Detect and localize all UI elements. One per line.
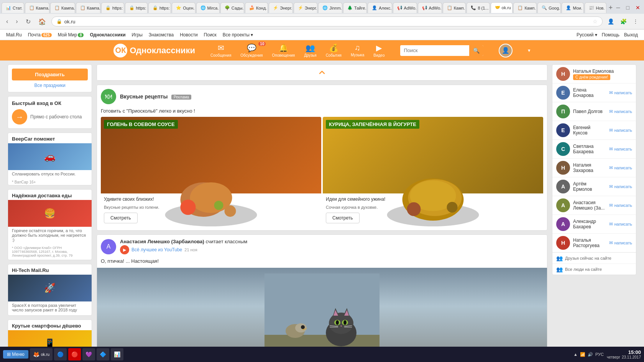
- tab-adwo2[interactable]: 📢 AdWo. ✕: [418, 2, 442, 13]
- holidays-link[interactable]: Все праздники: [12, 83, 88, 88]
- post-source-link[interactable]: Всё лучшее из YouTube: [131, 247, 182, 252]
- close-button[interactable]: ✕: [633, 4, 642, 11]
- start-button[interactable]: ⊞ Меню: [3, 350, 28, 359]
- taskbar-red[interactable]: 🔴: [68, 348, 81, 360]
- all-projects-link[interactable]: Все проекты ▾: [223, 32, 253, 38]
- friend-msg-6[interactable]: ✉ написать: [609, 184, 632, 189]
- lang-link[interactable]: Русский ▾: [577, 32, 597, 38]
- taskbar-excel[interactable]: 📊: [111, 348, 123, 360]
- znakomstva-link[interactable]: Знакомства: [149, 32, 174, 38]
- online-friends-section[interactable]: 👥 Друзья сейчас на сайте: [552, 252, 636, 264]
- tab-bar: 📊 Стат. ✕ 📋 Кампа. ✕ 📋 Кампа. ✕ 📋 Кампа.…: [0, 0, 644, 14]
- bookmark-icon[interactable]: ☆: [593, 18, 598, 25]
- browser-actions: 👤 🧩 ⋮: [606, 18, 640, 25]
- all-people-section[interactable]: 👥 Все люди на сайте: [552, 264, 636, 275]
- tab-camp1[interactable]: 📋 Кампа. ✕: [25, 2, 50, 13]
- tab-mirca[interactable]: 🌐 Мircа. ✕: [196, 2, 220, 13]
- tab-camp3[interactable]: 📋 Кампа. ✕: [76, 2, 101, 13]
- ok-nav-friends[interactable]: 👥 Друзья: [304, 43, 316, 57]
- tab-moi[interactable]: 👤 Мои. ✕: [562, 2, 584, 13]
- mailru-link[interactable]: Mail.Ru: [6, 32, 22, 38]
- poisk-link[interactable]: Поиск: [204, 32, 217, 38]
- novosti-link[interactable]: Новости: [180, 32, 197, 38]
- tab-https3[interactable]: 🔒 https: ✕: [148, 2, 171, 13]
- new-tab-button[interactable]: +: [607, 2, 614, 13]
- tab-https1[interactable]: 🔒 https: ✕: [101, 2, 124, 13]
- taskbar-viber[interactable]: 💜: [82, 348, 95, 360]
- help-link[interactable]: Помощь: [602, 32, 619, 38]
- scroll-up-button[interactable]: [97, 65, 547, 80]
- tab-ok[interactable]: 🤝 ok.ru ✕: [491, 2, 513, 13]
- ok-logo[interactable]: ОК Одноклассники: [113, 44, 195, 57]
- beepcap-desc: Спланировать отпуск по России.: [8, 170, 92, 179]
- friend-msg-7[interactable]: ✉ написать: [609, 203, 632, 208]
- leg-visual: [101, 165, 321, 226]
- logout-link[interactable]: Выход: [624, 32, 638, 38]
- tab-sad[interactable]: 🌳 Сады. ✕: [220, 2, 244, 13]
- friend-msg-2[interactable]: ✉ написать: [609, 109, 632, 114]
- ad-item-2: КУРИЦА, ЗАПЕЧЁННАЯ В ЙОГУРТЕ Идеи для се…: [323, 117, 543, 226]
- ok-link[interactable]: Одноклассники: [90, 32, 125, 38]
- tab-ocen[interactable]: ⭐ Оцен. ✕: [172, 2, 195, 13]
- quick-access-icon[interactable]: →: [12, 109, 27, 124]
- home-button[interactable]: 🏠: [36, 17, 48, 26]
- minimize-button[interactable]: ─: [614, 4, 623, 11]
- ok-nav-discussions[interactable]: 💬 10 Обсуждения: [240, 43, 263, 57]
- forward-button[interactable]: ›: [13, 17, 20, 26]
- pochta-link[interactable]: Почта625: [28, 32, 52, 38]
- user-avatar[interactable]: 👤: [499, 44, 513, 57]
- tab-goog[interactable]: 🔍 Goog. ✕: [537, 2, 561, 13]
- tab-kond[interactable]: 🍰 Конд. ✕: [245, 2, 268, 13]
- tab-taiga[interactable]: 🌲 Тайге. ✕: [343, 2, 367, 13]
- congratulate-button[interactable]: Поздравить: [12, 69, 88, 80]
- friend-item-1: Е Елена Бочарова ✉ написать: [552, 84, 636, 102]
- taskbar-chrome[interactable]: 🔵: [54, 348, 67, 360]
- tab-favicon24: 👤: [566, 5, 571, 11]
- friend-msg-5[interactable]: ✉ написать: [609, 165, 632, 170]
- tab-energ2[interactable]: ⚡ Энерг. ✕: [294, 2, 318, 13]
- tab-stat[interactable]: 📊 Стат. ✕: [2, 2, 24, 13]
- tab-news[interactable]: 📰 Нов. ✕: [585, 2, 606, 13]
- address-bar[interactable]: 🔒 ok.ru ☆: [51, 16, 603, 26]
- hide-tray-button[interactable]: ▲: [573, 352, 578, 357]
- post-action: считает классным: [205, 239, 247, 244]
- user-profile-button[interactable]: 👤: [606, 18, 616, 25]
- friend-msg-4[interactable]: ✉ написать: [609, 146, 632, 152]
- friend-msg-3[interactable]: ✉ написать: [609, 128, 632, 133]
- moi-mir-link[interactable]: Мой Мир8: [58, 32, 84, 38]
- search-button[interactable]: 🔍: [469, 45, 483, 56]
- post-author-name: Анастасия Лемешко (Зарбаилова): [120, 239, 204, 244]
- avatar-dropdown-icon[interactable]: ▾: [528, 48, 531, 53]
- friend-item-2: П Павел Долгов ✉ написать: [552, 102, 636, 121]
- tab-kamp[interactable]: 📋 Камп. ✕: [443, 2, 466, 13]
- tab-alex[interactable]: 👤 Алекс. ✕: [368, 2, 392, 13]
- taskbar-firefox[interactable]: 🦊 ok.ru: [30, 348, 53, 360]
- igry-link[interactable]: Игры: [132, 32, 143, 38]
- tab-phone[interactable]: 📞 8 (1... ✕: [467, 2, 490, 13]
- tab-label4: Кампа.: [87, 6, 100, 10]
- friend-msg-9[interactable]: ✉ написать: [609, 240, 632, 246]
- taskbar-skype[interactable]: 🔷: [97, 348, 109, 360]
- taskbar-clock[interactable]: 15:00 четверг 23.11.2017: [607, 349, 641, 359]
- write-label-2: написать: [614, 109, 632, 114]
- friend-msg-8[interactable]: ✉ написать: [609, 221, 632, 227]
- tab-jinnm[interactable]: 🌐 Jinnm. ✕: [318, 2, 342, 13]
- tab-kamp2[interactable]: 📋 Камп. ✕: [513, 2, 537, 13]
- ok-nav-notifications[interactable]: 🔔 Оповещения: [272, 43, 295, 57]
- tab-camp2[interactable]: 📋 Кампа. ✕: [50, 2, 75, 13]
- tab-https2[interactable]: 🔒 https: ✕: [125, 2, 148, 13]
- write-label-1: написать: [614, 90, 632, 95]
- ok-nav-messages[interactable]: ✉ Сообщения: [210, 43, 231, 57]
- friend-msg-1[interactable]: ✉ написать: [609, 90, 632, 95]
- tab-adwo1[interactable]: 📢 AdWo. ✕: [393, 2, 417, 13]
- ok-nav-events[interactable]: 💰 События: [326, 43, 342, 57]
- restore-button[interactable]: □: [624, 4, 632, 11]
- search-input[interactable]: [400, 45, 469, 56]
- ok-nav-video[interactable]: ▶ Видео: [373, 43, 384, 57]
- menu-button[interactable]: ⋮: [631, 18, 640, 25]
- reload-button[interactable]: ↻: [23, 17, 33, 26]
- tab-energ1[interactable]: ⚡ Энерг. ✕: [269, 2, 293, 13]
- back-button[interactable]: ‹: [4, 17, 10, 26]
- extensions-button[interactable]: 🧩: [618, 18, 629, 25]
- ok-nav-music[interactable]: ♫ Музыка: [351, 43, 364, 57]
